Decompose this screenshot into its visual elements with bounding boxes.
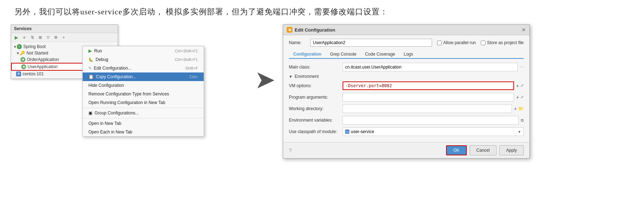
ok-button[interactable]: OK — [446, 145, 466, 155]
cancel-button[interactable]: Cancel — [470, 145, 497, 155]
settings-button[interactable]: ⚙ — [53, 34, 59, 41]
menu-separator-2 — [83, 118, 204, 118]
group-button[interactable]: ⊞ — [37, 34, 43, 41]
apply-button[interactable]: Apply — [499, 145, 524, 155]
menu-separator-1 — [83, 108, 204, 108]
vm-options-row: VM options: + ⤢ — [289, 81, 524, 90]
services-toolbar: ▶ ≡ ⇅ ⊞ ▽ ⚙ + — [11, 33, 118, 42]
debug-icon: 🐛 — [88, 57, 93, 62]
working-dir-folder-icon[interactable]: 📁 — [518, 106, 524, 111]
allow-parallel-label: Allow parallel run — [443, 40, 476, 45]
module-select-inner: m user-service — [345, 129, 374, 134]
right-arrow-icon: ➤ — [255, 67, 276, 93]
tab-code-coverage[interactable]: Code Coverage — [361, 50, 400, 59]
edit-config-dialog: ⚙ Edit Configuration ✕ Name: Allow paral… — [283, 24, 530, 159]
order-app-icon: ◉ — [20, 57, 25, 62]
menu-hide-config[interactable]: Hide Configuration — [83, 81, 204, 90]
working-dir-row: Working directory: + 📁 — [289, 104, 524, 113]
top-description: 另外，我们可以将user-service多次启动， 模拟多实例部署，但为了避免端… — [0, 0, 644, 21]
environment-label: Environment — [295, 74, 319, 79]
working-dir-plus-icon[interactable]: + — [514, 106, 517, 111]
classpath-label: Use classpath of module: — [289, 129, 343, 134]
program-args-label: Program arguments: — [289, 95, 343, 100]
group-icon: ▣ — [88, 110, 92, 116]
menu-copy-config[interactable]: 📋 Copy Configuration... Ctrl+ — [83, 72, 204, 81]
dialog-title-bar: ⚙ Edit Configuration ✕ — [283, 25, 529, 35]
environment-section: ▼ Environment — [289, 74, 524, 79]
vm-plus-icon[interactable]: + — [516, 83, 519, 88]
right-panel: ⚙ Edit Configuration ✕ Name: Allow paral… — [283, 24, 633, 159]
program-args-row: Program arguments: + ⤢ — [289, 93, 524, 102]
add-button[interactable]: + — [60, 34, 67, 41]
program-args-input[interactable] — [343, 93, 514, 102]
edit-icon: ✎ — [88, 66, 92, 71]
vm-options-input[interactable] — [343, 81, 514, 90]
context-menu: ▶ Run Ctrl+Shift+F1 🐛 Debug Ctrl+Shift+F… — [82, 46, 204, 137]
tab-grep-console[interactable]: Grep Console — [326, 50, 361, 59]
main-class-row: Main class: ⋯ — [289, 62, 524, 72]
help-icon[interactable]: ? — [289, 147, 292, 153]
tab-configuration[interactable]: Configuration — [289, 50, 326, 59]
tabs-row: Configuration Grep Console Code Coverage… — [289, 50, 524, 59]
menu-open-new-tab[interactable]: Open in New Tab — [83, 119, 204, 128]
collapse-all-button[interactable]: ≡ — [21, 34, 28, 41]
run-button[interactable]: ▶ — [13, 34, 20, 41]
allow-parallel-group: Allow parallel run — [437, 40, 476, 45]
dialog-close-button[interactable]: ✕ — [522, 27, 526, 33]
vm-options-actions: + ⤢ — [516, 83, 524, 88]
dialog-icon: ⚙ — [287, 27, 292, 33]
name-options: Allow parallel run Store as project file — [437, 40, 524, 45]
expand-all-button[interactable]: ⇅ — [29, 34, 35, 41]
dialog-title-text: Edit Configuration — [295, 27, 335, 33]
tab-logs[interactable]: Logs — [400, 50, 417, 59]
section-toggle-icon[interactable]: ▼ — [289, 75, 292, 79]
name-label: Name: — [289, 40, 307, 45]
filter-button[interactable]: ▽ — [45, 34, 51, 41]
menu-run[interactable]: ▶ Run Ctrl+Shift+F1 — [83, 46, 204, 55]
menu-open-each-new-tab[interactable]: Open Each in New Tab — [83, 128, 204, 136]
store-project-group: Store as project file — [481, 40, 524, 45]
program-args-expand-icon[interactable]: ⤢ — [520, 95, 524, 100]
classpath-row: Use classpath of module: m user-service … — [289, 127, 524, 136]
env-vars-row: Environment variables: ⧉ — [289, 116, 524, 125]
program-args-plus-icon[interactable]: + — [516, 95, 519, 100]
env-vars-actions: ⧉ — [521, 118, 524, 123]
name-input[interactable] — [310, 39, 432, 47]
store-project-label: Store as project file — [487, 40, 524, 45]
main-class-label: Main class: — [289, 65, 343, 70]
program-args-actions: + ⤢ — [516, 95, 524, 100]
spring-icon: S — [17, 44, 22, 49]
vm-expand-icon[interactable]: ⤢ — [520, 83, 524, 88]
module-select[interactable]: m user-service ▼ — [343, 127, 524, 136]
left-panel: Services ▶ ≡ ⇅ ⊞ ▽ ⚙ + ▼ S Spring Boot ▼ — [11, 24, 247, 175]
copy-icon: 📋 — [88, 74, 94, 79]
menu-remove-config[interactable]: Remove Configuration Type from Services — [83, 90, 204, 98]
env-vars-input[interactable] — [343, 116, 519, 124]
working-dir-actions: + 📁 — [514, 106, 524, 111]
dialog-footer: ? OK Cancel Apply — [283, 142, 529, 158]
arrow-area: ➤ — [247, 24, 283, 93]
working-dir-input[interactable] — [343, 104, 512, 113]
dropdown-arrow-icon: ▼ — [518, 130, 521, 134]
main-class-actions: ⋯ — [520, 65, 524, 70]
name-row: Name: Allow parallel run Store as projec… — [289, 39, 524, 47]
run-icon: ▶ — [88, 48, 92, 53]
centos-icon: 🖥 — [16, 71, 21, 76]
menu-open-running[interactable]: Open Running Configuration in New Tab — [83, 98, 204, 107]
menu-debug[interactable]: 🐛 Debug Ctrl+Shift+F1 — [83, 55, 204, 64]
main-area: Services ▶ ≡ ⇅ ⊞ ▽ ⚙ + ▼ S Spring Boot ▼ — [0, 21, 644, 175]
expand-icon[interactable]: ⋯ — [520, 65, 524, 70]
allow-parallel-checkbox[interactable] — [437, 41, 442, 45]
vm-options-label: VM options: — [289, 83, 343, 88]
dialog-title-left: ⚙ Edit Configuration — [287, 27, 335, 33]
env-vars-copy-icon[interactable]: ⧉ — [521, 118, 524, 123]
user-app-icon: ◉ — [21, 64, 26, 69]
env-vars-label: Environment variables: — [289, 118, 343, 123]
footer-buttons: OK Cancel Apply — [446, 145, 524, 155]
menu-group-configs[interactable]: ▣ Group Configurations... — [83, 109, 204, 117]
working-dir-label: Working directory: — [289, 106, 343, 111]
module-icon: m — [345, 130, 349, 134]
store-project-checkbox[interactable] — [481, 41, 485, 45]
menu-edit-config[interactable]: ✎ Edit Configuration... Shift+F — [83, 64, 204, 72]
main-class-input[interactable] — [343, 63, 518, 71]
